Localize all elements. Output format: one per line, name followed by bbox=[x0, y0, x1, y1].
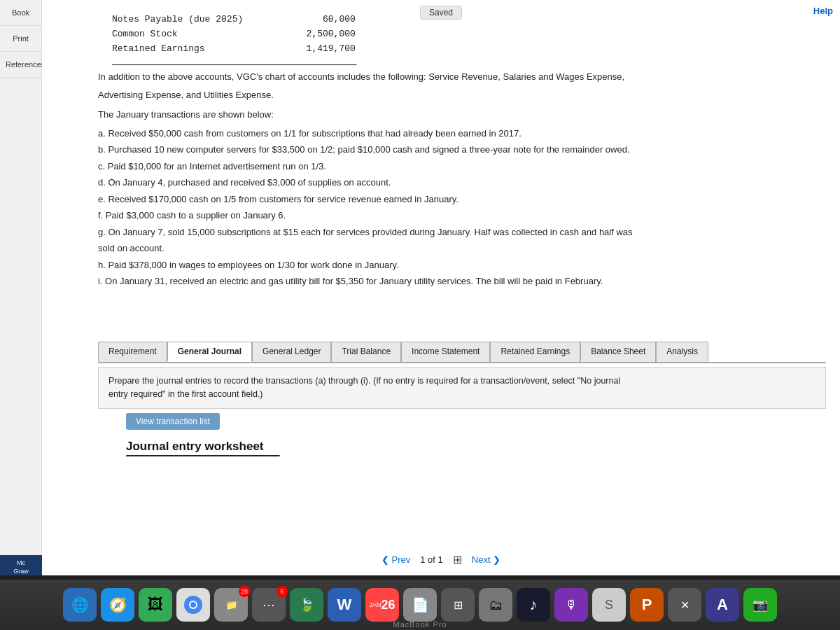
prev-button[interactable]: ❮ Prev bbox=[382, 554, 410, 565]
dock-folder[interactable]: 🗂 bbox=[479, 588, 512, 622]
transaction-g-cont: sold on account. bbox=[98, 241, 826, 255]
tab-balance-sheet[interactable]: Balance Sheet bbox=[580, 342, 656, 362]
instructions-line2: entry required" in the first account fie… bbox=[108, 389, 263, 399]
account-value-3: 1,419,700 bbox=[272, 42, 356, 57]
transaction-h: h. Paid $378,000 in wages to employees o… bbox=[98, 258, 826, 272]
next-button[interactable]: Next ❯ bbox=[472, 554, 500, 565]
macbook-label: MacBook Pro bbox=[393, 620, 447, 629]
page-info: 1 of 1 bbox=[420, 554, 443, 565]
tab-retained-earnings[interactable]: Retained Earnings bbox=[490, 342, 580, 362]
tabs-container: Requirement General Journal General Ledg… bbox=[98, 342, 826, 363]
mcgraw-line2: Graw bbox=[13, 568, 29, 575]
book-label: Book bbox=[12, 8, 29, 17]
sidebar: Book Print References bbox=[0, 0, 42, 602]
description-line1: In addition to the above accounts, VGC's… bbox=[98, 70, 826, 84]
account-row-1: Notes Payable (due 2025) 60,000 bbox=[112, 13, 356, 27]
account-label-3: Retained Earnings bbox=[112, 42, 266, 57]
description-line2: Advertising Expense, and Utilities Expen… bbox=[98, 88, 826, 102]
dock-files-badge: 28 bbox=[239, 586, 250, 597]
transaction-i: i. On January 31, received an electric a… bbox=[98, 274, 826, 288]
tab-analysis[interactable]: Analysis bbox=[656, 342, 708, 362]
sidebar-item-print[interactable]: Print bbox=[0, 26, 41, 52]
instructions-line1: Prepare the journal entries to record th… bbox=[108, 376, 620, 386]
account-label-1: Notes Payable (due 2025) bbox=[112, 13, 266, 27]
transactions-block: a. Received $50,000 cash from customers … bbox=[98, 126, 826, 290]
transaction-a: a. Received $50,000 cash from customers … bbox=[98, 126, 826, 141]
transaction-g: g. On January 7, sold 15,000 subscriptio… bbox=[98, 225, 826, 239]
tab-trial-balance[interactable]: Trial Balance bbox=[331, 342, 401, 362]
dock-close[interactable]: ✕ bbox=[668, 588, 701, 622]
dock-siri[interactable]: S bbox=[592, 588, 626, 622]
sidebar-item-references[interactable]: References bbox=[0, 52, 41, 78]
account-row-2: Common Stock 2,500,000 bbox=[112, 27, 356, 42]
dock-music[interactable]: 🍃 bbox=[290, 588, 323, 622]
accounts-divider bbox=[112, 64, 357, 66]
pagination: ❮ Prev 1 of 1 ⊞ Next ❯ bbox=[382, 553, 500, 566]
tab-income-statement[interactable]: Income Statement bbox=[401, 342, 490, 362]
dock-files[interactable]: 📁 28 bbox=[214, 588, 248, 622]
dock-more[interactable]: ⋯ 6 bbox=[252, 588, 286, 622]
dock-app[interactable]: A bbox=[706, 588, 739, 622]
dock-files2[interactable]: 📄 bbox=[403, 588, 437, 622]
svg-point-2 bbox=[190, 602, 196, 608]
dock-music2[interactable]: ♪ bbox=[517, 588, 550, 622]
dock-grid[interactable]: ⊞ bbox=[441, 588, 475, 622]
worksheet-title: Journal entry worksheet bbox=[126, 440, 264, 454]
dock-photos[interactable]: 🖼 bbox=[139, 588, 172, 622]
dock-chrome[interactable] bbox=[176, 588, 210, 622]
grid-icon[interactable]: ⊞ bbox=[453, 553, 462, 566]
view-transaction-list-button[interactable]: View transaction list bbox=[126, 413, 220, 430]
transaction-f: f. Paid $3,000 cash to a supplier on Jan… bbox=[98, 208, 826, 223]
transaction-d: d. On January 4, purchased and received … bbox=[98, 175, 826, 190]
saved-badge: Saved bbox=[420, 6, 462, 20]
help-button[interactable]: Help bbox=[813, 6, 833, 16]
dock-ppt[interactable]: P bbox=[630, 588, 664, 622]
accounts-table: Notes Payable (due 2025) 60,000 Common S… bbox=[112, 13, 356, 56]
dock-calendar[interactable]: JAN 26 bbox=[365, 588, 399, 622]
account-value-2: 2,500,000 bbox=[272, 27, 356, 42]
worksheet-underline bbox=[126, 455, 280, 457]
dock-word[interactable]: W bbox=[328, 588, 361, 622]
print-label: Print bbox=[13, 34, 29, 43]
transaction-e: e. Received $170,000 cash on 1/5 from cu… bbox=[98, 192, 826, 206]
description-line3: The January transactions are shown below… bbox=[98, 108, 826, 122]
references-label: References bbox=[6, 60, 45, 69]
tab-general-journal[interactable]: General Journal bbox=[167, 342, 252, 362]
transaction-c: c. Paid $10,000 for an Internet advertis… bbox=[98, 159, 826, 174]
main-content: Saved Help Notes Payable (due 2025) 60,0… bbox=[42, 0, 840, 602]
account-row-3: Retained Earnings 1,419,700 bbox=[112, 42, 356, 57]
tab-requirement[interactable]: Requirement bbox=[98, 342, 167, 362]
instructions-box: Prepare the journal entries to record th… bbox=[98, 367, 826, 409]
transaction-b: b. Purchased 10 new computer servers for… bbox=[98, 142, 826, 157]
dock-finder[interactable]: 🌐 bbox=[63, 588, 97, 622]
account-value-1: 60,000 bbox=[272, 13, 356, 27]
description-block: In addition to the above accounts, VGC's… bbox=[98, 70, 826, 126]
dock-safari[interactable]: 🧭 bbox=[101, 588, 134, 622]
tab-general-ledger[interactable]: General Ledger bbox=[252, 342, 331, 362]
account-label-2: Common Stock bbox=[112, 27, 266, 42]
dock-podcast[interactable]: 🎙 bbox=[554, 588, 588, 622]
sidebar-item-book[interactable]: Book bbox=[0, 0, 41, 26]
mcgraw-line1: Mc bbox=[17, 559, 25, 566]
dock-more-badge: 6 bbox=[276, 586, 288, 597]
tabs-row: Requirement General Journal General Ledg… bbox=[98, 342, 826, 363]
dock-facetime[interactable]: 📷 bbox=[743, 588, 777, 622]
